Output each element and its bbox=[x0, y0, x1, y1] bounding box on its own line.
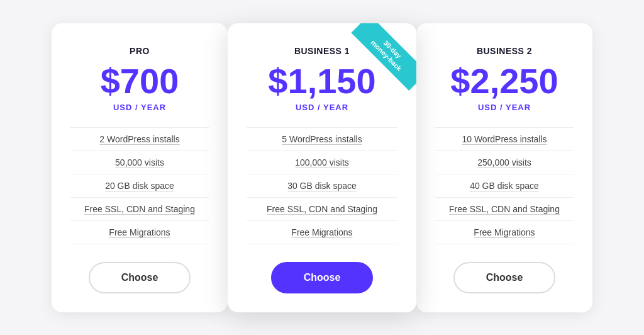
feature-item: 20 GB disk space bbox=[70, 174, 209, 198]
feature-item: 5 WordPress installs bbox=[247, 128, 397, 151]
feature-item: Free Migrations bbox=[247, 221, 397, 244]
pricing-card-business1: 30-day money-back BUSINESS 1 $1,150 USD … bbox=[228, 23, 416, 312]
feature-item: 30 GB disk space bbox=[247, 174, 397, 198]
plan-price: $2,250 bbox=[450, 64, 558, 99]
pricing-section: PRO $700 USD / YEAR 2 WordPress installs… bbox=[0, 4, 644, 331]
ribbon: 30-day money-back bbox=[341, 23, 416, 99]
choose-button-business2[interactable]: Choose bbox=[453, 262, 556, 293]
plan-period: USD / YEAR bbox=[113, 103, 166, 112]
feature-item: 10 WordPress installs bbox=[435, 128, 574, 151]
choose-button-business1[interactable]: Choose bbox=[271, 262, 374, 293]
feature-item: 100,000 visits bbox=[247, 151, 397, 174]
feature-item: Free Migrations bbox=[435, 221, 574, 244]
pricing-card-pro: PRO $700 USD / YEAR 2 WordPress installs… bbox=[52, 23, 228, 312]
feature-item: Free SSL, CDN and Staging bbox=[70, 198, 209, 221]
feature-item: 50,000 visits bbox=[70, 151, 209, 174]
features-list: 5 WordPress installs100,000 visits30 GB … bbox=[247, 127, 397, 244]
feature-item: 250,000 visits bbox=[435, 151, 574, 174]
plan-price: $700 bbox=[101, 64, 179, 99]
feature-item: 2 WordPress installs bbox=[70, 128, 209, 151]
plan-period: USD / YEAR bbox=[478, 103, 531, 112]
feature-item: Free SSL, CDN and Staging bbox=[247, 198, 397, 221]
plan-name: PRO bbox=[130, 46, 150, 56]
feature-item: Free Migrations bbox=[70, 221, 209, 244]
feature-item: 40 GB disk space bbox=[435, 174, 574, 198]
ribbon-text: 30-day money-back bbox=[352, 23, 416, 91]
plan-period: USD / YEAR bbox=[296, 103, 348, 112]
features-list: 10 WordPress installs250,000 visits40 GB… bbox=[435, 127, 574, 244]
feature-item: Free SSL, CDN and Staging bbox=[435, 198, 574, 221]
plan-name: BUSINESS 2 bbox=[477, 46, 532, 56]
pricing-card-business2: BUSINESS 2 $2,250 USD / YEAR 10 WordPres… bbox=[416, 23, 592, 312]
choose-button-pro[interactable]: Choose bbox=[89, 262, 191, 293]
features-list: 2 WordPress installs50,000 visits20 GB d… bbox=[70, 127, 209, 244]
